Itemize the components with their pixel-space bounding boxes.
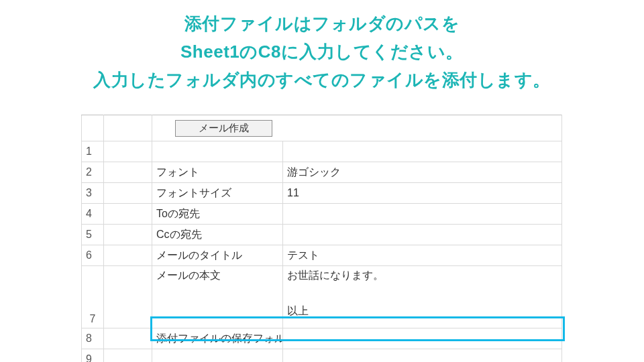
cell-c8[interactable] <box>283 328 562 349</box>
instruction-line-2: Sheet1のC8に入力してください。 <box>0 38 644 66</box>
cell-c1[interactable] <box>283 141 562 162</box>
cell-b8[interactable]: 添付ファイルの保存フォルダ <box>152 328 283 349</box>
row-header-5: 5 <box>82 225 104 245</box>
table-row: 3 フォントサイズ 11 <box>82 183 562 204</box>
cell-a2[interactable] <box>104 162 152 183</box>
cell-a0[interactable] <box>104 115 152 141</box>
cell-b3[interactable]: フォントサイズ <box>152 183 283 204</box>
cell-a6[interactable] <box>104 245 152 266</box>
cell-c3[interactable]: 11 <box>283 183 562 204</box>
row-header-6: 6 <box>82 245 104 266</box>
cell-b7[interactable]: メールの本文 <box>152 266 283 328</box>
table-row: 6 メールのタイトル テスト <box>82 245 562 266</box>
mail-body-line-bottom: 以上 <box>287 304 309 318</box>
cell-c9[interactable] <box>283 349 562 363</box>
cell-a8[interactable] <box>104 328 152 349</box>
mail-body-line-top: お世話になります。 <box>287 269 384 283</box>
table-row: 1 <box>82 141 562 162</box>
table-row: メール作成 <box>82 115 562 141</box>
cell-button-area[interactable]: メール作成 <box>152 115 562 141</box>
table-row: 5 Ccの宛先 <box>82 225 562 245</box>
row-header-1: 1 <box>82 141 104 162</box>
compose-mail-button[interactable]: メール作成 <box>175 120 272 137</box>
grid-table: メール作成 1 2 フォント 游ゴシック 3 フォントサイズ 11 4 <box>81 115 562 362</box>
cell-c6[interactable]: テスト <box>283 245 562 266</box>
spreadsheet: メール作成 1 2 フォント 游ゴシック 3 フォントサイズ 11 4 <box>81 115 561 362</box>
row-header-7: 7 <box>82 266 104 328</box>
row-header-2: 2 <box>82 162 104 183</box>
cell-a7[interactable] <box>104 266 152 328</box>
compose-mail-button-label: メール作成 <box>199 122 249 133</box>
row-header-9: 9 <box>82 349 104 363</box>
cell-b4[interactable]: Toの宛先 <box>152 204 283 225</box>
cell-a4[interactable] <box>104 204 152 225</box>
table-row: 4 Toの宛先 <box>82 204 562 225</box>
table-row: 7 メールの本文 お世話になります。 以上 <box>82 266 562 328</box>
cell-c4[interactable] <box>283 204 562 225</box>
row-header-3: 3 <box>82 183 104 204</box>
cell-a1[interactable] <box>104 141 152 162</box>
cell-b1[interactable] <box>152 141 283 162</box>
cell-b5[interactable]: Ccの宛先 <box>152 225 283 245</box>
instruction-headline: 添付ファイルはフォルダのパスを Sheet1のC8に入力してください。 入力した… <box>0 9 644 94</box>
instruction-line-3: 入力したフォルダ内のすべてのファイルを添付します。 <box>0 66 644 94</box>
row-header-8: 8 <box>82 328 104 349</box>
cell-c5[interactable] <box>283 225 562 245</box>
row-header-4: 4 <box>82 204 104 225</box>
cell-a9[interactable] <box>104 349 152 363</box>
cell-b9[interactable] <box>152 349 283 363</box>
cell-a5[interactable] <box>104 225 152 245</box>
cell-b2[interactable]: フォント <box>152 162 283 183</box>
cell-b6[interactable]: メールのタイトル <box>152 245 283 266</box>
cell-a3[interactable] <box>104 183 152 204</box>
cell-c2[interactable]: 游ゴシック <box>283 162 562 183</box>
table-row: 8 添付ファイルの保存フォルダ <box>82 328 562 349</box>
table-row: 9 <box>82 349 562 363</box>
instruction-line-1: 添付ファイルはフォルダのパスを <box>0 9 644 38</box>
row-header-top <box>82 115 104 141</box>
table-row: 2 フォント 游ゴシック <box>82 162 562 183</box>
cell-c7[interactable]: お世話になります。 以上 <box>283 266 562 328</box>
